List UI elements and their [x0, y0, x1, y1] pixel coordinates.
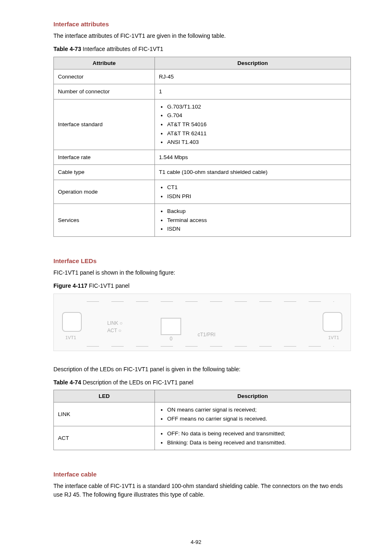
leds-table: LED Description LINK ON means carrier si… — [53, 390, 351, 450]
figure-caption-4117: Figure 4-117 FIC-1VT1 panel — [53, 282, 351, 290]
cell-attr: Interface rate — [54, 150, 155, 165]
caption-bold: Table 4-74 — [53, 379, 81, 386]
list-item: AT&T TR 54016 — [161, 120, 346, 129]
cell-desc: CT1 ISDN PRI — [154, 180, 350, 204]
panel-figure: LINK ○ ACT ○ cT1/PRI 1VT1 1VT1 — [53, 294, 351, 351]
table-row: Interface standard G.703/T1.102 G.704 AT… — [54, 99, 351, 150]
th-description: Description — [154, 57, 350, 69]
list-item: ON means carrier signal is received; — [161, 405, 346, 414]
list-item: Backup — [161, 207, 346, 216]
intro-leds: FIC-1VT1 panel is shown in the following… — [53, 268, 351, 277]
th-description: Description — [154, 390, 350, 402]
table-row: Operation mode CT1 ISDN PRI — [54, 180, 351, 204]
caption-rest: Description of the LEDs on FIC-1VT1 pane… — [81, 379, 193, 386]
caption-bold: Figure 4-117 — [53, 282, 87, 289]
led-labels: LINK ○ ACT ○ — [107, 319, 122, 334]
label-1vt1-right: 1VT1 — [328, 335, 339, 340]
cell-desc: Backup Terminal access ISDN — [154, 204, 350, 237]
cell-attr: Operation mode — [54, 180, 155, 204]
cell-desc: T1 cable (100-ohm standard shielded cabl… — [154, 165, 350, 180]
list-item: ANSI T1.403 — [161, 138, 346, 147]
connector-icon — [323, 312, 342, 332]
list-item: OFF: No data is being received and trans… — [161, 429, 346, 438]
table-row: Interface rate 1.544 Mbps — [54, 150, 351, 165]
list-item: G.703/T1.102 — [161, 102, 346, 111]
table-caption-474: Table 4-74 Description of the LEDs on FI… — [53, 379, 351, 387]
list-item: G.704 — [161, 111, 346, 120]
cell-attr: Services — [54, 204, 155, 237]
list-item: CT1 — [161, 183, 346, 192]
table-row: LINK ON means carrier signal is received… — [54, 402, 351, 426]
section-heading-cable: Interface cable — [53, 471, 351, 478]
cell-attr: Interface standard — [54, 99, 155, 150]
cell-desc: 1.544 Mbps — [154, 150, 350, 165]
list-item: OFF means no carrier signal is received. — [161, 414, 346, 423]
table-row: Connector RJ-45 — [54, 69, 351, 84]
cell-desc: ON means carrier signal is received; OFF… — [154, 402, 350, 426]
section-heading-attributes: Interface attributes — [53, 21, 351, 28]
figure-rule — [87, 301, 334, 302]
list-item: Blinking: Data is being received and tra… — [161, 438, 346, 447]
caption-rest: Interface attributes of FIC-1VT1 — [81, 46, 163, 52]
cell-desc: 1 — [154, 84, 350, 99]
cell-led: ACT — [54, 426, 155, 450]
list-item: AT&T TR 62411 — [161, 129, 346, 138]
connector-icon — [62, 312, 82, 332]
page-number: 4-92 — [0, 539, 392, 545]
cell-attr: Number of connector — [54, 84, 155, 99]
leds-table-intro: Description of the LEDs on FIC-1VT1 pane… — [53, 365, 351, 374]
led-act-label: ACT ○ — [107, 327, 122, 334]
figure-rule — [87, 346, 334, 347]
cable-body: The interface cable of FIC-1VT1 is a sta… — [53, 482, 351, 499]
label-1vt1-left: 1VT1 — [65, 335, 76, 340]
table-row: Cable type T1 cable (100-ohm standard sh… — [54, 165, 351, 180]
cell-led: LINK — [54, 402, 155, 426]
cell-attr: Connector — [54, 69, 155, 84]
port-icon — [161, 318, 181, 335]
cell-desc: G.703/T1.102 G.704 AT&T TR 54016 AT&T TR… — [154, 99, 350, 150]
cell-desc: RJ-45 — [154, 69, 350, 84]
led-link-label: LINK ○ — [107, 319, 122, 327]
list-item: ISDN — [161, 224, 346, 234]
th-led: LED — [54, 390, 155, 402]
cell-attr: Cable type — [54, 165, 155, 180]
intro-attributes: The interface attributes of FIC-1VT1 are… — [53, 32, 351, 40]
list-item: ISDN PRI — [161, 192, 346, 201]
table-row: Number of connector 1 — [54, 84, 351, 99]
cell-desc: OFF: No data is being received and trans… — [154, 426, 350, 450]
caption-rest: FIC-1VT1 panel — [87, 282, 129, 289]
caption-bold: Table 4-73 — [53, 46, 81, 52]
table-caption-473: Table 4-73 Interface attributes of FIC-1… — [53, 45, 351, 53]
ctpri-label: cT1/PRI — [198, 332, 215, 338]
table-row: ACT OFF: No data is being received and t… — [54, 426, 351, 450]
attributes-table: Attribute Description Connector RJ-45 Nu… — [53, 57, 351, 237]
th-attribute: Attribute — [54, 57, 155, 69]
section-heading-leds: Interface LEDs — [53, 257, 351, 264]
list-item: Terminal access — [161, 216, 346, 225]
table-row: Services Backup Terminal access ISDN — [54, 204, 351, 237]
